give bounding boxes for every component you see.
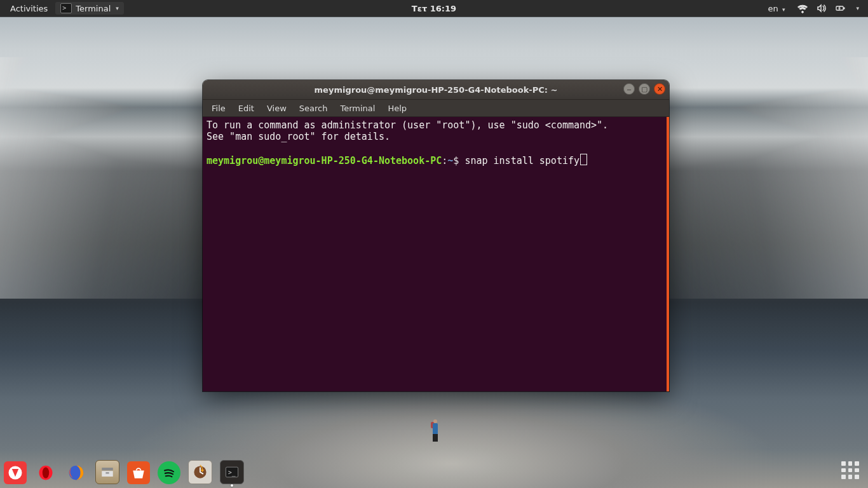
terminal-icon <box>60 3 72 13</box>
svg-point-4 <box>43 467 50 478</box>
typed-command: snap install spotify <box>465 155 580 166</box>
clock-button[interactable]: Τετ 16:19 <box>412 4 456 13</box>
wallpaper-hiker <box>431 417 440 442</box>
volume-icon[interactable] <box>817 3 827 13</box>
menu-edit[interactable]: Edit <box>233 102 259 114</box>
window-close-button[interactable]: ✕ <box>654 83 665 95</box>
activities-button[interactable]: Activities <box>6 3 51 15</box>
menu-terminal[interactable]: Terminal <box>335 102 380 114</box>
dock-app-firefox[interactable] <box>65 461 88 484</box>
dock-app-ubuntu-software[interactable] <box>127 461 150 484</box>
window-minimize-button[interactable]: – <box>623 83 635 95</box>
window-title: meymigrou@meymigrou-HP-250-G4-Notebook-P… <box>315 85 558 95</box>
network-wifi-icon[interactable] <box>797 3 808 13</box>
window-title-bar[interactable]: meymigrou@meymigrou-HP-250-G4-Notebook-P… <box>203 80 669 100</box>
battery-charging-icon[interactable] <box>836 3 846 13</box>
window-maximize-button[interactable]: ▢ <box>639 83 650 95</box>
svg-rect-1 <box>844 8 845 9</box>
gnome-top-bar: Activities Terminal ▾ Τετ 16:19 en ▾ ▾ <box>0 0 868 17</box>
terminal-window: meymigrou@meymigrou-HP-250-G4-Notebook-P… <box>203 80 669 391</box>
input-language-label: en <box>768 4 778 13</box>
menu-file[interactable]: File <box>207 102 231 114</box>
app-menu-button[interactable]: Terminal ▾ <box>55 2 123 15</box>
terminal-content[interactable]: To run a command as administrator (user … <box>203 117 669 391</box>
app-menu-label: Terminal <box>76 4 111 13</box>
dash-dock: >_ <box>4 460 244 484</box>
dock-app-software-updater[interactable] <box>188 460 212 484</box>
input-language-indicator[interactable]: en ▾ <box>764 3 789 15</box>
menu-help[interactable]: Help <box>383 102 412 114</box>
dock-app-opera[interactable] <box>34 461 57 484</box>
menu-search[interactable]: Search <box>294 102 333 114</box>
motd-line: To run a command as administrator (user … <box>207 119 608 131</box>
prompt-user-host: meymigrou@meymigrou-HP-250-G4-Notebook-P… <box>207 155 442 166</box>
system-menu-chevron-icon[interactable]: ▾ <box>856 5 859 11</box>
chevron-down-icon: ▾ <box>782 6 785 13</box>
terminal-menubar: File Edit View Search Terminal Help <box>203 100 669 117</box>
dock-app-vivaldi[interactable] <box>4 461 27 484</box>
dock-app-files[interactable] <box>95 460 119 484</box>
svg-text:>_: >_ <box>228 469 236 477</box>
dock-app-terminal[interactable]: >_ <box>220 460 244 484</box>
svg-rect-6 <box>102 468 113 470</box>
prompt-symbol: $ <box>453 155 459 166</box>
prompt-colon: : <box>442 155 447 166</box>
prompt-path: ~ <box>447 155 453 166</box>
menu-view[interactable]: View <box>262 102 292 114</box>
svg-rect-8 <box>105 472 109 474</box>
terminal-cursor <box>580 154 587 165</box>
show-applications-button[interactable] <box>841 461 859 479</box>
chevron-down-icon: ▾ <box>116 5 119 11</box>
motd-line: See "man sudo_root" for details. <box>207 131 390 142</box>
dock-app-spotify[interactable] <box>158 461 180 484</box>
